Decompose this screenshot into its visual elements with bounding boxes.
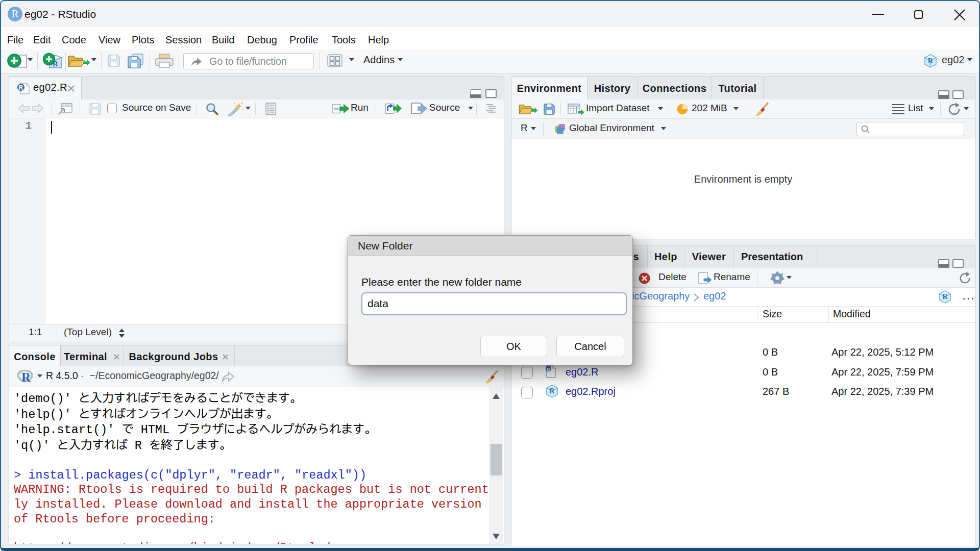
svg-text:R: R: [942, 293, 948, 300]
svg-text:R: R: [18, 84, 23, 91]
svg-text:R: R: [547, 366, 550, 372]
svg-text:R: R: [928, 57, 934, 65]
svg-text:R: R: [549, 387, 555, 395]
svg-text:R: R: [21, 370, 31, 383]
